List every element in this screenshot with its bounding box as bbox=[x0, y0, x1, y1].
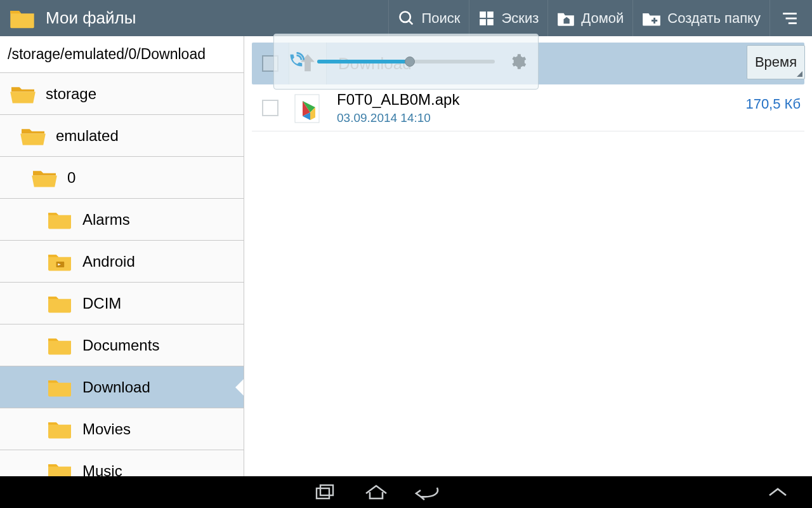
tree-item-label: Movies bbox=[82, 420, 131, 438]
file-list: F0T0_ALB0M.apk03.09.2014 14:10170,5 Кб bbox=[244, 84, 812, 131]
home-label: Домой bbox=[581, 10, 624, 27]
tree-item-label: 0 bbox=[67, 169, 75, 187]
new-folder-button[interactable]: Создать папку bbox=[632, 0, 769, 36]
tree-item-label: Download bbox=[82, 378, 150, 396]
phone-ring-icon bbox=[285, 52, 304, 71]
svg-rect-2 bbox=[480, 11, 487, 18]
chevron-up-icon bbox=[767, 486, 789, 498]
tree-item-documents[interactable]: Documents bbox=[0, 324, 244, 366]
back-nav-button[interactable] bbox=[402, 477, 452, 507]
svg-rect-18 bbox=[320, 485, 333, 495]
search-label: Поиск bbox=[422, 10, 461, 27]
svg-rect-17 bbox=[317, 488, 329, 498]
tree-item-dcim[interactable]: DCIM bbox=[0, 283, 244, 324]
tree-item-alarms[interactable]: Alarms bbox=[0, 199, 244, 241]
action-bar: Мои файлы Поиск Эскиз Домой Создать папк… bbox=[0, 0, 812, 36]
current-path: /storage/emulated/0/Download bbox=[0, 36, 244, 73]
tree-item-label: Music bbox=[82, 462, 122, 477]
tree-item-storage[interactable]: storage bbox=[0, 73, 244, 115]
tree-item-label: Alarms bbox=[82, 211, 130, 229]
gear-icon[interactable] bbox=[509, 53, 527, 70]
svg-rect-5 bbox=[488, 19, 494, 25]
tree-item-0[interactable]: 0 bbox=[0, 157, 244, 199]
folder-tree: storageemulated0AlarmsAndroidDCIMDocumen… bbox=[0, 73, 244, 476]
search-button[interactable]: Поиск bbox=[388, 0, 469, 36]
grid-icon bbox=[478, 10, 495, 27]
folder-icon bbox=[46, 460, 74, 477]
action-buttons: Поиск Эскиз Домой Создать папку bbox=[388, 0, 806, 36]
folder-icon bbox=[46, 250, 74, 273]
file-checkbox[interactable] bbox=[262, 100, 278, 116]
volume-overlay[interactable] bbox=[273, 34, 539, 90]
menu-icon bbox=[782, 11, 798, 25]
file-name: F0T0_ALB0M.apk bbox=[337, 91, 459, 109]
sort-button[interactable]: Время bbox=[747, 45, 805, 79]
folder-icon bbox=[46, 208, 74, 231]
tree-item-label: Documents bbox=[82, 337, 159, 354]
overflow-menu-button[interactable] bbox=[769, 0, 806, 36]
svg-line-1 bbox=[409, 20, 412, 24]
system-nav-bar bbox=[0, 476, 812, 508]
svg-point-0 bbox=[400, 11, 410, 22]
svg-rect-3 bbox=[488, 11, 494, 18]
sort-label: Время bbox=[755, 54, 797, 70]
thumbnail-view-button[interactable]: Эскиз bbox=[469, 0, 547, 36]
home-button[interactable]: Домой bbox=[547, 0, 632, 36]
home-nav-button[interactable] bbox=[351, 477, 402, 507]
tree-item-label: emulated bbox=[56, 127, 119, 145]
tree-item-movies[interactable]: Movies bbox=[0, 408, 244, 450]
folder-icon bbox=[19, 124, 47, 147]
folder-icon bbox=[30, 166, 58, 189]
folder-icon bbox=[9, 83, 37, 105]
home-folder-icon bbox=[557, 10, 575, 27]
tree-item-label: storage bbox=[46, 85, 96, 103]
new-folder-label: Создать папку bbox=[667, 10, 761, 27]
thumbnail-label: Эскиз bbox=[501, 10, 539, 27]
new-folder-icon bbox=[642, 10, 661, 27]
app-title: Мои файлы bbox=[46, 8, 388, 28]
back-icon bbox=[413, 484, 441, 500]
apk-icon bbox=[289, 92, 325, 124]
tree-item-emulated[interactable]: emulated bbox=[0, 115, 244, 157]
search-icon bbox=[398, 10, 416, 27]
folder-icon bbox=[46, 418, 74, 441]
recent-apps-icon bbox=[315, 483, 336, 501]
file-row[interactable]: F0T0_ALB0M.apk03.09.2014 14:10170,5 Кб bbox=[252, 84, 804, 131]
tree-item-label: Android bbox=[82, 253, 135, 271]
folder-tree-sidebar: /storage/emulated/0/Download storageemul… bbox=[0, 36, 244, 476]
file-date: 03.09.2014 14:10 bbox=[337, 111, 459, 125]
panel-toggle-button[interactable] bbox=[752, 477, 803, 507]
svg-rect-4 bbox=[480, 19, 487, 25]
tree-item-android[interactable]: Android bbox=[0, 241, 244, 283]
tree-item-download[interactable]: Download bbox=[0, 366, 244, 408]
recent-apps-button[interactable] bbox=[300, 477, 351, 507]
tree-item-label: DCIM bbox=[82, 295, 121, 312]
tree-item-music[interactable]: Music bbox=[0, 450, 244, 476]
app-folder-icon bbox=[9, 8, 36, 29]
folder-icon bbox=[46, 292, 74, 315]
file-list-pane: Download Время bbox=[244, 36, 812, 476]
folder-icon bbox=[46, 334, 74, 357]
home-icon bbox=[363, 483, 389, 501]
file-size: 170,5 Кб bbox=[745, 96, 801, 112]
folder-icon bbox=[46, 376, 74, 399]
volume-slider[interactable] bbox=[317, 60, 495, 64]
